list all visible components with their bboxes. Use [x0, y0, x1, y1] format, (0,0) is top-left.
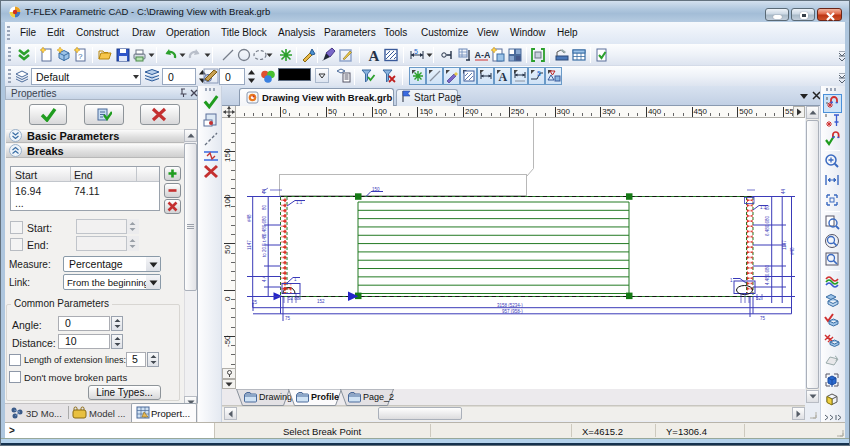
- svg-text:5: 5: [537, 70, 541, 77]
- svg-text:80: 80: [262, 204, 267, 210]
- svg-text:75: 75: [760, 316, 766, 321]
- svg-text:1:1: 1:1: [296, 200, 303, 205]
- svg-text:1147: 1147: [782, 240, 787, 250]
- svg-text:152: 152: [317, 299, 325, 304]
- svg-text:3158 (5234-): 3158 (5234-): [497, 303, 523, 308]
- svg-text:?: ?: [78, 52, 83, 61]
- svg-text:957 (958-): 957 (958-): [502, 309, 523, 314]
- svg-text:to 20.5 t.45: to 20.5 t.45: [262, 234, 267, 257]
- svg-text:A: A: [369, 48, 380, 64]
- svg-text:52 88: 52 88: [288, 296, 300, 301]
- svg-text:4.480.680: 4.480.680: [765, 264, 770, 285]
- svg-text:1147: 1147: [247, 240, 252, 250]
- svg-text:1: 1: [730, 278, 733, 283]
- svg-text:A: A: [499, 70, 508, 84]
- svg-text:75: 75: [285, 316, 291, 321]
- svg-text:44: 44: [781, 188, 786, 194]
- svg-text:80: 80: [765, 204, 770, 210]
- svg-text:5: 5: [414, 48, 418, 55]
- svg-text:#48: #48: [247, 214, 252, 222]
- svg-text:4.4: 4.4: [262, 275, 267, 282]
- svg-text:A-A: A-A: [475, 50, 491, 60]
- svg-text:6.480.680: 6.480.680: [765, 215, 770, 236]
- svg-text:150: 150: [372, 187, 380, 192]
- svg-text:25: 25: [252, 300, 258, 305]
- svg-text:6.480.680: 6.480.680: [262, 215, 267, 236]
- svg-text:#48: #48: [790, 247, 795, 255]
